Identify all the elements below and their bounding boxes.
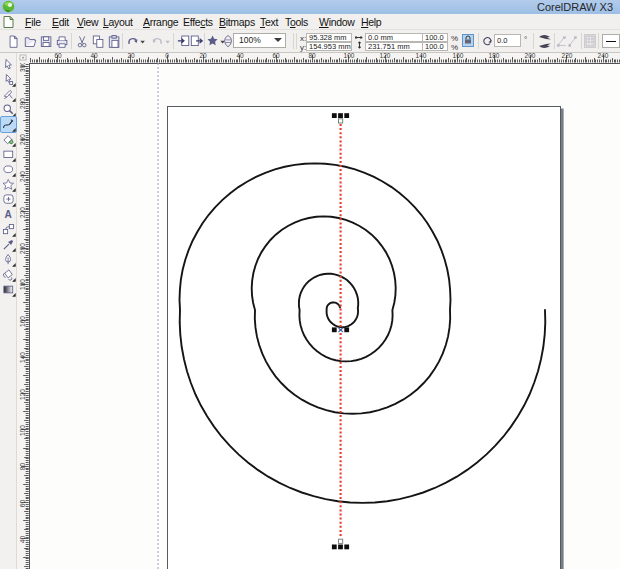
svg-text:A: A	[5, 209, 13, 220]
